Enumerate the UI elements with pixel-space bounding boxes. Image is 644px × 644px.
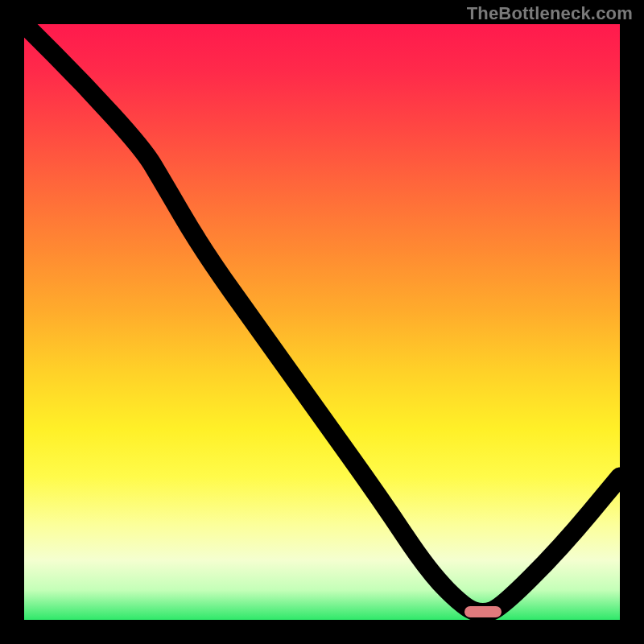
optimal-marker bbox=[464, 606, 502, 617]
bottleneck-curve bbox=[24, 24, 620, 620]
watermark-text: TheBottleneck.com bbox=[467, 3, 633, 24]
plot-area bbox=[24, 24, 620, 620]
chart-stage: TheBottleneck.com bbox=[0, 0, 644, 644]
